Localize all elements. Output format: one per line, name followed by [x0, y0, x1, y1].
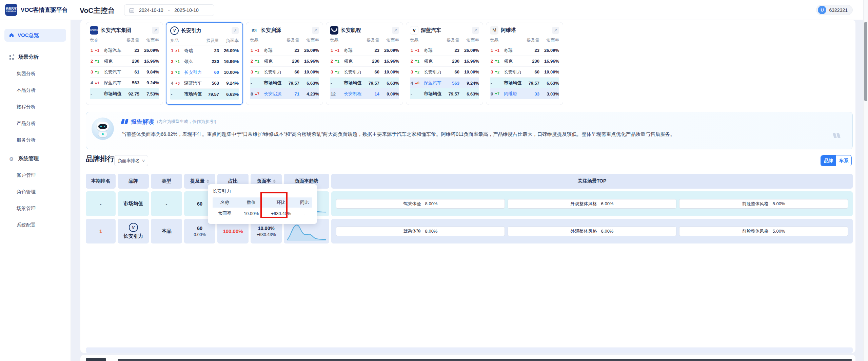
brand-card[interactable]: 长安汽车集团 ↗ 竞企 提及量 负面率 1 1 奇瑞汽车 23 [86, 22, 163, 105]
sidebar-item-voc-overview[interactable]: VOC总览 [4, 29, 66, 42]
sidebar-sub-item[interactable]: 产品分析 [0, 121, 71, 127]
brand-card-title: 深蓝汽车 [421, 27, 470, 34]
mentions-value: 23 [203, 48, 219, 53]
competitor-row: - 市场均值 79.57 6.63% [250, 78, 319, 88]
sidebar-sub-item[interactable]: 集团分析 [0, 71, 71, 77]
toggle-series-button[interactable]: 车系 [836, 155, 851, 166]
competitor-name: 长安汽车 [104, 69, 124, 75]
card-rows: 1 1 奇瑞 23 26.09% 2 1 领克 230 16.96% [250, 45, 319, 99]
competitor-row: - 市场均值 79.57 6.63% [170, 89, 239, 100]
competitor-name: 长安引力 [504, 69, 524, 75]
cell-type: - [151, 191, 182, 216]
user-menu[interactable]: U 6322321 [816, 5, 853, 15]
sort-icon[interactable] [273, 179, 276, 183]
col-negative-rate: 负面率 [219, 38, 239, 44]
negative-rate-value: 10.00% [299, 69, 319, 75]
app-title: VOC客情直驱平台 [21, 6, 68, 14]
mentions-value: 563 [203, 81, 219, 86]
expand-icon[interactable]: ↗ [392, 27, 399, 34]
competitor-name: 奇瑞汽车 [104, 47, 124, 54]
brand-card[interactable]: 长安凯程 ↗ 竞品 提及量 负面率 1 1 奇瑞 23 [326, 22, 403, 105]
competitor-row: 3 2 长安引力 60 10.00% [170, 67, 239, 78]
sidebar-sub-item[interactable]: 本品分析 [0, 87, 71, 93]
competitor-row: 2 1 领克 230 16.96% [170, 56, 239, 67]
sidebar-group-label: 系统管理 [18, 155, 39, 162]
home-icon [9, 33, 14, 38]
delta-value: 0 [417, 81, 419, 85]
rank-value: - [170, 92, 175, 97]
expand-icon[interactable]: ↗ [152, 27, 159, 34]
delta-arrow-icon [175, 61, 177, 62]
mentions-value: 92.75 [124, 91, 139, 97]
brand-card-header: 长安引力 ↗ [170, 26, 239, 35]
date-end[interactable]: 2025-10-10 [174, 7, 199, 13]
mentions-value: 79.57 [203, 92, 219, 97]
scene-name: 外观整体风格 [571, 228, 597, 234]
brand-card[interactable]: 长安启源 ↗ 竞品 提及量 负面率 1 1 奇瑞 23 [246, 22, 323, 105]
competitor-row: 8 7 长安启源 71 4.23% [250, 88, 319, 99]
ai-robot-avatar [92, 118, 114, 140]
competitor-row: - 市场均值 92.75 7.53% [90, 88, 159, 99]
report-title: 报告解读 [131, 118, 154, 126]
brand-card[interactable]: 长安引力 ↗ 竞品 提及量 负面率 1 1 奇瑞 23 [166, 22, 243, 105]
negative-rate-value: 3.03% [539, 91, 559, 97]
brand-card[interactable]: 深蓝汽车 ↗ 竞品 提及量 负面率 1 1 奇瑞 23 [406, 22, 483, 105]
scrollbar-thumb[interactable] [864, 22, 867, 101]
date-range-picker[interactable]: 2024-10-10 - 2025-10-10 [124, 4, 214, 16]
expand-icon[interactable]: ↗ [552, 27, 559, 34]
rank-delta: 1 [175, 49, 184, 53]
sort-icon[interactable] [206, 179, 209, 183]
scene-value: 5.00% [773, 201, 785, 206]
rank-value: 4 [410, 81, 415, 86]
scene-pill: 前脸整体风格 5.00% [679, 199, 848, 209]
sidebar-sub-item[interactable]: 服务分析 [0, 137, 71, 143]
card-rows: 1 1 奇瑞 23 26.09% 2 1 领克 230 16.96% [410, 45, 479, 99]
negative-rate-value: 9.84% [139, 69, 159, 75]
competitor-name: 深蓝汽车 [424, 80, 444, 86]
scene-value: 8.00% [425, 201, 438, 206]
competitor-name: 奇瑞 [184, 48, 203, 54]
competitor-row: 1 1 奇瑞 23 26.09% [330, 45, 399, 56]
scene-name: 驾乘体验 [403, 228, 421, 234]
rank-value: 8 [250, 91, 255, 97]
sidebar-sub-item[interactable]: 旅程分析 [0, 104, 71, 110]
competitor-name: 领克 [264, 58, 284, 64]
col-entity: 竞品 [330, 38, 364, 43]
sidebar-group-header[interactable]: 系统管理 [0, 155, 71, 162]
expand-icon[interactable]: ↗ [312, 27, 319, 34]
rank-delta: 2 [95, 70, 104, 74]
sidebar-group-header[interactable]: 场景分析 [0, 54, 71, 60]
rank-value: 1 [410, 48, 415, 53]
sort-mode-dropdown[interactable]: 负面率排名 ∨ [114, 155, 148, 166]
delta-value: 1 [178, 60, 180, 64]
changan-logo-icon: 长安汽车 CHANGAN [5, 4, 17, 16]
cell-type: 本品 [151, 219, 182, 243]
date-start[interactable]: 2024-10-10 [139, 7, 163, 13]
brand-logo-icon [250, 26, 258, 35]
delta-arrow-icon [415, 49, 417, 51]
page-title: VoC主控台 [80, 6, 115, 15]
sidebar-sub-item[interactable]: 角色管理 [0, 189, 71, 195]
toggle-brand-button[interactable]: 品牌 [821, 155, 836, 166]
expand-icon[interactable]: ↗ [472, 27, 479, 34]
sidebar-sub-item[interactable]: 场景管理 [0, 206, 71, 212]
competitor-name: 领克 [504, 58, 524, 64]
competitor-name: 长安引力 [424, 69, 444, 75]
rank-value: 1 [330, 48, 335, 53]
col-mentions: 提及量 [124, 38, 139, 43]
group-icon [9, 55, 15, 60]
competitor-name: 长安引力 [184, 69, 203, 76]
competitor-row: 1 1 奇瑞 23 26.09% [490, 45, 559, 56]
negative-rate-value: 26.09% [219, 48, 239, 53]
scrollbar-track[interactable] [863, 0, 868, 361]
delta-arrow-icon [335, 60, 337, 62]
competitor-row: - 市场均值 79.57 6.63% [490, 78, 559, 88]
cell-rank: - [86, 191, 116, 216]
expand-icon[interactable]: ↗ [232, 27, 239, 34]
brand-card-header: 长安启源 ↗ [250, 25, 319, 35]
competitor-row: 3 2 长安引力 60 10.00% [410, 67, 479, 78]
brand-card[interactable]: 阿维塔 ↗ 竞品 提及量 负面率 1 1 奇瑞 23 [486, 22, 563, 105]
delta-arrow-icon [335, 49, 337, 51]
sidebar-sub-item[interactable]: 账户管理 [0, 172, 71, 178]
sidebar-sub-item[interactable]: 系统配置 [0, 222, 71, 228]
